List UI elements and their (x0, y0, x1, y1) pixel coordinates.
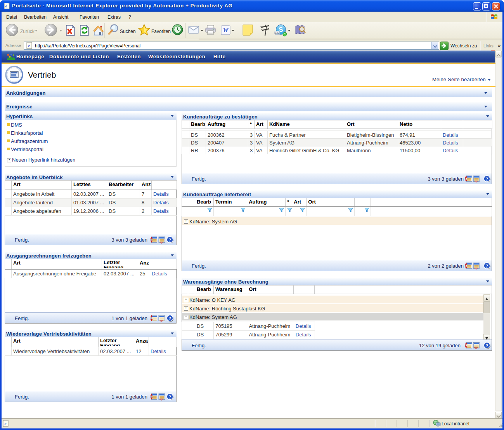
svg-text:e: e (28, 43, 30, 48)
svg-text:e: e (5, 3, 7, 8)
svg-text:e: e (5, 421, 7, 426)
svg-text:123: 123 (275, 31, 280, 34)
svg-text:W: W (223, 27, 229, 33)
